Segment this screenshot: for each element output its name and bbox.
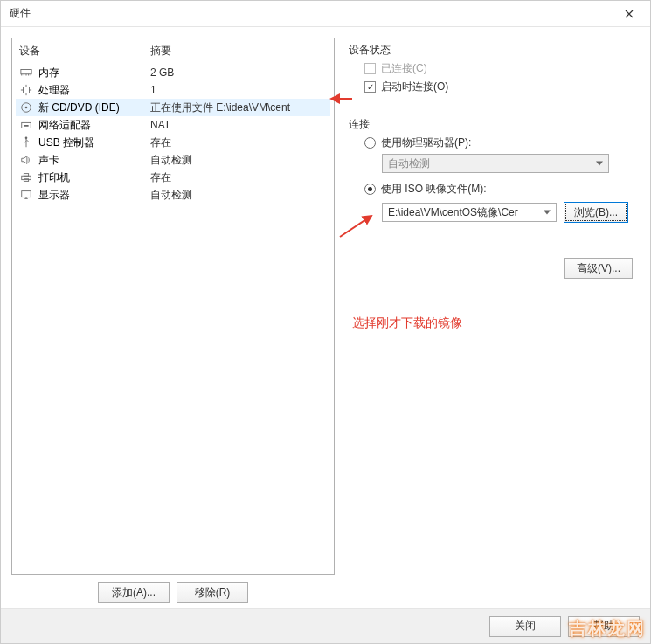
chevron-down-icon <box>596 162 603 166</box>
iso-path-dropdown[interactable]: E:\idea\VM\centOS镜像\Cer <box>382 203 557 222</box>
device-summary: 自动检测 <box>150 188 327 203</box>
svg-rect-0 <box>21 70 31 74</box>
device-label: 新 CD/DVD (IDE) <box>38 100 150 115</box>
content-area: 设备 摘要 内存2 GB处理器1新 CD/DVD (IDE)正在使用文件 E:\… <box>1 27 650 608</box>
device-row[interactable]: 新 CD/DVD (IDE)正在使用文件 E:\idea\VM\cent <box>16 99 330 116</box>
dialog-footer: 关闭 帮助 <box>1 608 650 643</box>
titlebar: 硬件 <box>1 1 650 27</box>
col-device-header: 设备 <box>19 44 150 59</box>
device-row[interactable]: 内存2 GB <box>16 64 330 81</box>
add-device-button[interactable]: 添加(A)... <box>98 582 170 603</box>
svg-point-3 <box>25 107 28 109</box>
device-label: 声卡 <box>38 153 150 168</box>
left-column: 设备 摘要 内存2 GB处理器1新 CD/DVD (IDE)正在使用文件 E:\… <box>11 38 335 606</box>
device-row[interactable]: 显示器自动检测 <box>16 186 330 204</box>
col-summary-header: 摘要 <box>150 44 327 59</box>
annotation-text: 选择刚才下载的镜像 <box>352 315 636 331</box>
device-summary: 自动检测 <box>150 153 327 168</box>
physical-drive-dropdown: 自动检测 <box>382 154 609 173</box>
iso-file-row: 使用 ISO 映像文件(M): <box>364 182 636 197</box>
iso-file-label: 使用 ISO 映像文件(M): <box>381 182 487 197</box>
device-status-title: 设备状态 <box>349 43 636 58</box>
device-summary: 存在 <box>150 135 327 150</box>
annotation-arrow-2 <box>338 212 377 241</box>
physical-drive-label: 使用物理驱动器(P): <box>381 135 471 150</box>
device-summary: 2 GB <box>150 66 327 79</box>
device-summary: NAT <box>150 119 327 131</box>
device-list[interactable]: 内存2 GB处理器1新 CD/DVD (IDE)正在使用文件 E:\idea\V… <box>12 64 334 574</box>
connected-label: 已连接(C) <box>381 61 427 76</box>
svg-rect-10 <box>22 191 31 197</box>
help-button[interactable]: 帮助 <box>568 616 640 637</box>
connected-checkbox <box>364 63 376 74</box>
close-icon[interactable] <box>612 2 647 26</box>
device-summary: 1 <box>150 84 327 96</box>
device-row[interactable]: 处理器1 <box>16 81 330 99</box>
device-label: 显示器 <box>38 188 150 203</box>
right-column: 设备状态 已连接(C) 启动时连接(O) 连接 使用物理驱动器(P): 自动检测 <box>345 38 640 606</box>
device-row[interactable]: 打印机存在 <box>16 169 330 186</box>
svg-rect-8 <box>24 174 28 177</box>
physical-drive-radio[interactable] <box>364 137 376 149</box>
cd-icon <box>19 100 33 114</box>
close-button[interactable]: 关闭 <box>489 616 561 637</box>
device-summary: 正在使用文件 E:\idea\VM\cent <box>150 100 327 115</box>
svg-rect-5 <box>24 125 28 127</box>
device-label: 打印机 <box>38 170 150 185</box>
connection-title: 连接 <box>349 117 636 132</box>
connected-row: 已连接(C) <box>364 61 636 76</box>
memory-icon <box>19 66 33 80</box>
network-icon <box>19 118 33 132</box>
svg-rect-1 <box>24 87 30 93</box>
connect-at-power-checkbox[interactable] <box>364 81 376 93</box>
svg-line-12 <box>340 216 371 237</box>
iso-file-radio[interactable] <box>364 184 376 195</box>
device-row[interactable]: 网络适配器NAT <box>16 116 330 134</box>
connect-at-power-label: 启动时连接(O) <box>381 80 448 94</box>
physical-drive-row: 使用物理驱动器(P): <box>364 135 636 150</box>
remove-device-button[interactable]: 移除(R) <box>177 582 248 603</box>
svg-point-6 <box>25 136 28 139</box>
hardware-dialog: 硬件 设备 摘要 内存2 GB处理器1新 CD/DVD (IDE)正在使用文件 … <box>0 0 651 644</box>
device-label: 处理器 <box>38 83 150 98</box>
browse-button[interactable]: 浏览(B)... <box>564 202 628 223</box>
device-label: 网络适配器 <box>38 118 150 133</box>
device-list-panel: 设备 摘要 内存2 GB处理器1新 CD/DVD (IDE)正在使用文件 E:\… <box>11 38 335 575</box>
device-row[interactable]: USB 控制器存在 <box>16 134 330 151</box>
cpu-icon <box>19 83 33 97</box>
advanced-button[interactable]: 高级(V)... <box>564 258 633 279</box>
chevron-down-icon[interactable] <box>544 211 551 215</box>
display-icon <box>19 188 33 202</box>
device-label: USB 控制器 <box>38 135 150 150</box>
usb-icon <box>19 135 33 149</box>
iso-path-row: E:\idea\VM\centOS镜像\Cer 浏览(B)... <box>382 202 636 223</box>
device-buttons: 添加(A)... 移除(R) <box>11 575 335 606</box>
device-label: 内存 <box>38 66 150 80</box>
sound-icon <box>19 153 33 167</box>
device-summary: 存在 <box>150 170 327 185</box>
device-list-header: 设备 摘要 <box>12 38 334 64</box>
printer-icon <box>19 170 33 184</box>
dialog-title: 硬件 <box>10 6 31 21</box>
connect-at-power-row: 启动时连接(O) <box>364 80 636 94</box>
device-row[interactable]: 声卡自动检测 <box>16 151 330 169</box>
